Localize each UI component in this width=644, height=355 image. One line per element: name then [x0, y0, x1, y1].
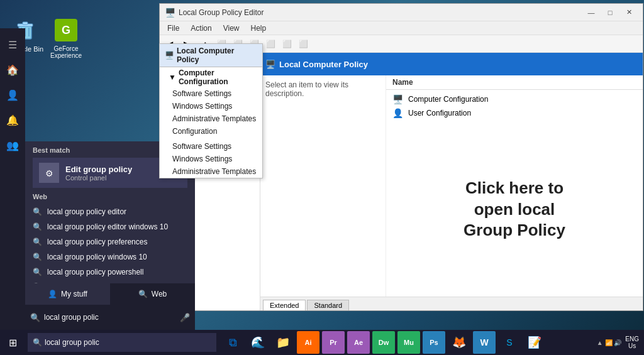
dropdown-configuration[interactable]: Configuration: [160, 125, 262, 138]
taskbar-edge[interactable]: 🌊: [247, 331, 269, 354]
gpe-split: Select an item to view its description. …: [260, 75, 643, 297]
maximize-button[interactable]: □: [601, 6, 619, 19]
menu-action[interactable]: Action: [186, 23, 216, 34]
expand-icon-cc: ▼: [169, 73, 176, 82]
gpe-menubar: File Action View Help: [160, 21, 643, 35]
gpe-item-user-config[interactable]: 👤 User Configuration: [386, 106, 643, 120]
web-item-1[interactable]: 🔍 local group policy editor windows 10: [33, 219, 187, 234]
tray-icons: ▲ 📶 🔊: [597, 339, 621, 346]
sidebar-home[interactable]: 🏠: [1, 58, 24, 81]
start-button[interactable]: ⊞: [0, 330, 25, 355]
tab-extended[interactable]: Extended: [263, 300, 306, 310]
web-item-0[interactable]: 🔍 local group policy editor: [33, 204, 187, 219]
taskbar-task-view[interactable]: ⧉: [221, 331, 244, 354]
gpe-window-controls: — □ ✕: [582, 6, 638, 19]
close-button[interactable]: ✕: [620, 6, 638, 19]
dropdown-software-settings[interactable]: Software Settings: [160, 87, 262, 100]
sidebar-group[interactable]: 👥: [1, 134, 24, 156]
web-tab[interactable]: 🔍 Web: [110, 283, 195, 305]
gpe-item-computer-config[interactable]: 🖥️ Computer Configuration: [386, 92, 643, 106]
start-sidebar: ☰ 🏠 👤 🔔 👥: [0, 28, 25, 330]
search-icon-2: 🔍: [33, 238, 42, 246]
taskbar-ai[interactable]: Ai: [297, 331, 319, 354]
user-config-label: User Configuration: [408, 109, 471, 117]
svg-rect-2: [23, 22, 28, 25]
sidebar-hamburger[interactable]: ☰: [1, 33, 24, 56]
taskbar-firefox[interactable]: 🦊: [448, 331, 470, 354]
my-stuff-label: My stuff: [61, 290, 87, 298]
computer-config-label: Computer Configuration: [408, 95, 488, 104]
tab-standard[interactable]: Standard: [307, 300, 349, 310]
time-display: ENG: [625, 336, 639, 342]
best-match-text: Edit group policy Control panel: [65, 165, 132, 182]
click-annotation-text: Click here toopen localGroup Policy: [464, 178, 565, 241]
gpe-titlebar: 🖥️ Local Group Policy Editor — □ ✕: [160, 4, 643, 21]
sidebar-person[interactable]: 👤: [1, 84, 24, 106]
taskbar-time: ENG Us: [625, 336, 639, 349]
lcp-header: 🖥️ Local Computer Policy: [260, 53, 643, 75]
dropdown-admin-templates[interactable]: Administrative Templates: [160, 112, 262, 125]
mic-icon[interactable]: 🎤: [180, 313, 190, 322]
taskbar-mu[interactable]: Mu: [397, 331, 420, 354]
sidebar-bell[interactable]: 🔔: [1, 109, 24, 131]
gpe-name-header: Name: [386, 75, 643, 90]
taskbar-dw[interactable]: Dw: [372, 331, 395, 354]
taskbar-word[interactable]: W: [473, 331, 496, 354]
gpe-title-text: Local Group Policy Editor: [179, 8, 579, 17]
locale-display: Us: [625, 342, 639, 349]
taskbar-search-input[interactable]: [42, 338, 211, 347]
menu-file[interactable]: File: [162, 23, 184, 34]
taskbar-ae[interactable]: Ae: [347, 331, 370, 354]
annotation-container: Click here toopen localGroup Policy: [386, 123, 643, 297]
desktop: Recycle Bin G GeForceExperience 🖥️ Local…: [0, 0, 644, 355]
gpe-content: 🖥️ Local Computer Policy Select an item …: [260, 53, 643, 310]
best-match-subtitle: Control panel: [65, 174, 132, 182]
taskbar-search-icon: 🔍: [33, 338, 42, 347]
lcp-header-title: Local Computer Policy: [279, 60, 368, 69]
web-item-3[interactable]: 🔍 local group policy windows 10: [33, 249, 187, 265]
best-match-icon: ⚙: [39, 163, 59, 183]
web-item-label-0: local group policy editor: [47, 207, 126, 216]
web-item-label-1: local group policy editor windows 10: [47, 222, 168, 231]
taskbar-system-tray: ▲ 📶 🔊 ENG Us: [597, 336, 644, 349]
dropdown-computer-config-header[interactable]: ▼ Computer Configuration: [160, 67, 262, 87]
start-search-input[interactable]: [44, 313, 176, 322]
menu-view[interactable]: View: [218, 23, 245, 34]
taskbar: ⊞ 🔍 ⧉ 🌊 📁 Ai Pr Ae Dw Mu Ps 🦊 W S 📝 ▲ 📶 …: [0, 330, 644, 355]
taskbar-explorer[interactable]: 📁: [272, 331, 294, 354]
gpe-description-pane: Select an item to view its description.: [260, 75, 386, 297]
search-icon-0: 🔍: [33, 207, 42, 216]
minimize-button[interactable]: —: [582, 6, 600, 19]
taskbar-search-box[interactable]: 🔍: [28, 333, 216, 352]
gpe-tabs: Extended Standard: [260, 297, 643, 310]
user-config-icon: 👤: [392, 108, 403, 118]
geforce-img: G: [53, 18, 79, 43]
tree-dropdown: 🖥️ Local Computer Policy ▼ Computer Conf…: [159, 43, 263, 178]
toolbar-btn6[interactable]: ⬜: [296, 37, 311, 51]
taskbar-ps[interactable]: Ps: [423, 331, 445, 354]
toolbar-btn5[interactable]: ⬜: [279, 37, 294, 51]
menu-help[interactable]: Help: [246, 23, 272, 34]
start-search-bar: 🔍 🎤: [25, 305, 195, 330]
web-item-2[interactable]: 🔍 local group policy preferences: [33, 234, 187, 249]
taskbar-skype[interactable]: S: [498, 331, 521, 354]
svg-text:⚙: ⚙: [45, 168, 53, 178]
geforce-icon[interactable]: G GeForceExperience: [44, 18, 88, 59]
start-search-icon: 🔍: [30, 313, 40, 322]
web-item-label-4: local group policy powershell: [47, 268, 143, 276]
dropdown-header[interactable]: 🖥️ Local Computer Policy: [160, 44, 262, 67]
taskbar-premiere[interactable]: Pr: [322, 331, 345, 354]
my-stuff-tab[interactable]: 👤 My stuff: [25, 283, 110, 305]
best-match-title: Edit group policy: [65, 165, 132, 174]
dropdown-user-software[interactable]: Software Settings: [160, 140, 262, 153]
dropdown-windows-settings[interactable]: Windows Settings: [160, 100, 262, 112]
dropdown-icon: 🖥️: [165, 51, 174, 60]
gpe-title-icon: 🖥️: [165, 8, 175, 18]
search-icon-1: 🔍: [33, 222, 42, 231]
web-item-4[interactable]: 🔍 local group policy powershell: [33, 265, 187, 280]
taskbar-notepad[interactable]: 📝: [523, 331, 546, 354]
cc-label: Computer Configuration: [179, 68, 257, 86]
dropdown-user-windows[interactable]: Windows Settings: [160, 153, 262, 165]
web-label: Web: [33, 193, 187, 200]
dropdown-user-admin[interactable]: Administrative Templates: [160, 165, 262, 178]
